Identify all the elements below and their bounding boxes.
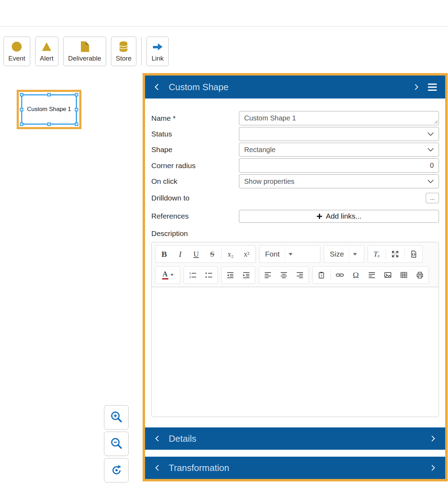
text-color-button[interactable]: A xyxy=(156,267,179,283)
italic-button[interactable]: I xyxy=(172,246,188,262)
resize-handle-se[interactable] xyxy=(75,123,78,126)
on-click-value: Show properties xyxy=(244,178,295,186)
strikethrough-button[interactable]: S xyxy=(204,246,220,262)
details-section-bar[interactable]: Details xyxy=(145,427,445,450)
underline-button[interactable]: U xyxy=(188,246,204,262)
collapse-left-icon[interactable] xyxy=(154,434,161,443)
size-combo[interactable]: Size xyxy=(324,245,364,263)
name-label: Name * xyxy=(151,114,239,123)
expand-right-icon[interactable] xyxy=(413,82,419,92)
link-arrow-icon xyxy=(151,40,164,53)
resize-handle-nw[interactable] xyxy=(20,93,23,96)
zoom-reset-icon xyxy=(110,463,123,477)
corner-radius-row: Corner radius xyxy=(151,158,439,173)
align-right-button[interactable] xyxy=(292,267,308,283)
font-combo-label: Font xyxy=(265,250,280,258)
editor-toolbar-row-2: A 1 2 xyxy=(155,266,435,284)
menu-hamburger-icon[interactable] xyxy=(428,84,437,91)
drilldown-browse-button[interactable]: ... xyxy=(426,193,439,203)
zoom-out-icon xyxy=(110,437,123,451)
align-center-button[interactable] xyxy=(276,267,292,283)
bold-button[interactable]: B xyxy=(156,246,172,262)
indent-group xyxy=(221,266,255,284)
resize-handle-n[interactable] xyxy=(47,93,51,96)
resize-handle-sw[interactable] xyxy=(20,123,23,126)
shape-rectangle[interactable]: Custom Shape 1 xyxy=(21,94,77,125)
align-left-button[interactable] xyxy=(260,267,276,283)
selected-shape[interactable]: Custom Shape 1 xyxy=(17,90,81,129)
bulleted-list-button[interactable] xyxy=(201,267,217,283)
details-section-label: Details xyxy=(169,433,429,444)
resize-handle-ne[interactable] xyxy=(75,93,78,96)
text-color-group: A xyxy=(155,266,180,284)
insert-link-button[interactable] xyxy=(332,267,348,283)
corner-radius-input[interactable] xyxy=(239,158,439,173)
drilldown-row: Drilldown to ... xyxy=(151,190,439,206)
tool-link-label: Link xyxy=(152,55,164,62)
increase-indent-button[interactable] xyxy=(238,267,254,283)
description-textarea[interactable] xyxy=(152,287,439,417)
resize-handle-e[interactable] xyxy=(75,108,78,111)
tool-event-button[interactable]: Event xyxy=(3,37,30,66)
subscript-button[interactable]: x₂ xyxy=(223,246,239,262)
text-color-a-icon: A xyxy=(162,270,168,280)
name-input[interactable] xyxy=(239,111,439,125)
on-click-label: On click xyxy=(151,177,239,186)
maximize-button[interactable] xyxy=(387,246,403,262)
add-links-button[interactable]: Add links... xyxy=(239,210,439,223)
resize-handle-s[interactable] xyxy=(47,123,51,126)
numbered-list-button[interactable]: 1 2 xyxy=(185,267,201,283)
panel-header-actions xyxy=(413,82,437,92)
collapse-left-icon[interactable] xyxy=(153,82,161,92)
shape-value: Rectangle xyxy=(244,146,275,154)
zoom-reset-button[interactable] xyxy=(104,458,129,482)
toolbar-divider xyxy=(404,249,405,259)
blockquote-button[interactable] xyxy=(364,267,380,283)
shape-row: Shape Rectangle xyxy=(151,143,439,157)
source-code-button[interactable] xyxy=(406,246,422,262)
paste-text-button[interactable]: T xyxy=(313,267,329,283)
status-select[interactable] xyxy=(239,127,439,141)
expand-right-icon[interactable] xyxy=(429,464,436,472)
svg-text:1: 1 xyxy=(189,271,191,275)
font-combo[interactable]: Font xyxy=(259,245,320,263)
resize-handle-w[interactable] xyxy=(20,108,23,111)
tool-deliverable-button[interactable]: Deliverable xyxy=(63,37,106,66)
insert-table-button[interactable] xyxy=(396,267,412,283)
superscript-button[interactable]: x² xyxy=(239,246,255,262)
decrease-indent-button[interactable] xyxy=(222,267,238,283)
zoom-out-button[interactable] xyxy=(104,432,129,456)
name-row: Name * xyxy=(151,111,439,125)
insert-image-button[interactable] xyxy=(380,267,396,283)
description-label: Description xyxy=(151,229,439,238)
caret-down-icon xyxy=(349,246,361,262)
on-click-row: On click Show properties xyxy=(151,174,439,188)
tool-store-button[interactable]: Store xyxy=(111,37,136,66)
tool-alert-button[interactable]: Alert xyxy=(35,37,58,66)
tool-link-button[interactable]: Link xyxy=(146,37,169,66)
svg-text:T: T xyxy=(320,274,322,278)
editor-toolbar: B I U S x₂ x² Font xyxy=(152,242,439,287)
on-click-select[interactable]: Show properties xyxy=(239,174,439,188)
references-row: References Add links... xyxy=(151,208,439,225)
alert-triangle-icon xyxy=(40,40,53,53)
tool-alert-label: Alert xyxy=(40,55,54,62)
tool-store-label: Store xyxy=(116,55,131,62)
format-tools-group: Tₓ xyxy=(368,245,423,263)
description-editor: B I U S x₂ x² Font xyxy=(151,242,439,417)
expand-right-icon[interactable] xyxy=(429,434,436,443)
print-button[interactable] xyxy=(412,267,428,283)
collapse-left-icon[interactable] xyxy=(154,464,161,472)
status-label: Status xyxy=(151,130,239,138)
special-char-button[interactable]: Ω xyxy=(348,267,364,283)
references-label: References xyxy=(151,212,239,220)
store-database-icon xyxy=(117,40,130,53)
toolbar-divider xyxy=(330,270,331,280)
tool-event-label: Event xyxy=(8,55,25,62)
deliverable-document-icon xyxy=(78,40,91,53)
remove-format-button[interactable]: Tₓ xyxy=(369,246,385,262)
shape-select[interactable]: Rectangle xyxy=(239,143,439,157)
caret-down-icon xyxy=(170,274,174,276)
zoom-in-button[interactable] xyxy=(104,405,129,430)
transformation-section-bar[interactable]: Transformation xyxy=(145,457,445,479)
